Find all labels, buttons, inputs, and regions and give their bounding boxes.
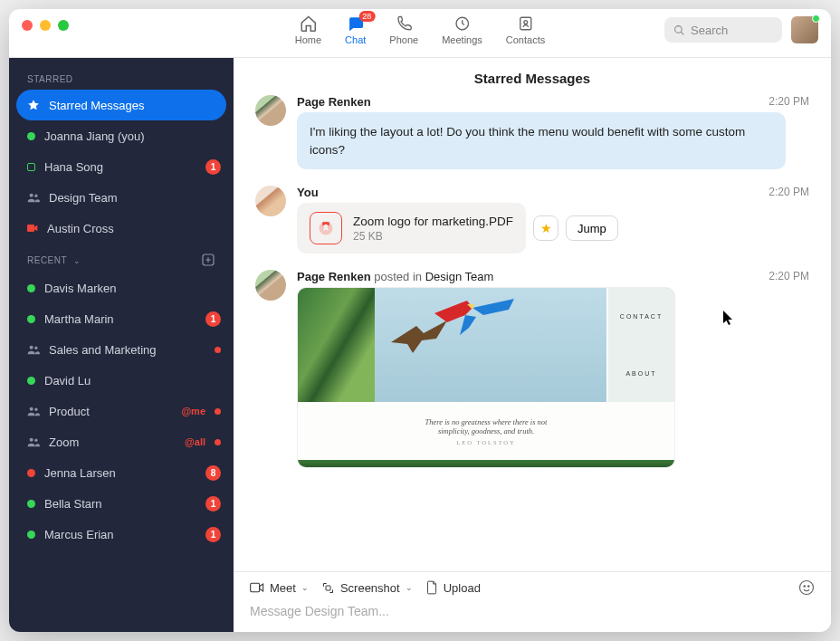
sidebar-item-label: Jenna Larsen bbox=[44, 466, 196, 480]
presence-online-icon bbox=[27, 531, 35, 539]
svg-point-5 bbox=[34, 195, 37, 197]
file-name: Zoom logo for marketing.PDF bbox=[353, 215, 513, 228]
compose-footer: Meet ⌄ Screenshot ⌄ Upload bbox=[234, 571, 831, 632]
phone-icon bbox=[395, 14, 413, 33]
star-button[interactable]: ★ bbox=[533, 215, 558, 241]
minimize-window-button[interactable] bbox=[40, 20, 51, 31]
home-icon bbox=[299, 14, 317, 33]
nav-meetings[interactable]: Meetings bbox=[442, 14, 482, 45]
unread-badge: 8 bbox=[205, 465, 221, 481]
message-row: Page Renken I'm liking the layout a lot!… bbox=[255, 95, 809, 169]
sidebar-item-label: Martha Marin bbox=[44, 312, 196, 326]
message-time: 2:20 PM bbox=[768, 95, 809, 108]
search-input[interactable]: Search bbox=[664, 17, 782, 43]
unread-badge: 1 bbox=[205, 159, 221, 175]
sidebar-item-martha[interactable]: Martha Marin 1 bbox=[9, 303, 234, 334]
nav-contacts[interactable]: Contacts bbox=[506, 14, 545, 45]
chevron-down-icon: ⌄ bbox=[301, 583, 309, 592]
sidebar-item-product[interactable]: Product @me bbox=[9, 396, 234, 426]
add-recent-button[interactable] bbox=[201, 253, 215, 267]
sidebar-item-label: Davis Marken bbox=[44, 282, 221, 295]
fullscreen-window-button[interactable] bbox=[58, 20, 69, 31]
message-time: 2:20 PM bbox=[768, 186, 809, 198]
presence-online-icon bbox=[27, 315, 35, 323]
preview-sky-image bbox=[375, 288, 606, 402]
svg-point-8 bbox=[30, 346, 33, 349]
file-size: 25 KB bbox=[353, 230, 513, 243]
group-icon bbox=[27, 436, 40, 447]
recent-section-header[interactable]: RECENT ⌄ bbox=[9, 244, 234, 273]
sidebar-item-label: Sales and Marketing bbox=[49, 343, 205, 357]
video-icon bbox=[250, 582, 264, 593]
main-panel: Starred Messages Page Renken I'm liking … bbox=[234, 58, 831, 632]
window-controls bbox=[22, 20, 69, 31]
image-preview[interactable]: CONTACT ABOUT There is no greatness wher… bbox=[297, 287, 675, 468]
svg-point-12 bbox=[30, 438, 33, 442]
presence-busy-icon bbox=[27, 469, 35, 477]
meet-button[interactable]: Meet ⌄ bbox=[250, 581, 309, 595]
svg-point-9 bbox=[34, 347, 37, 349]
titlebar-right: Search bbox=[664, 16, 818, 43]
preview-right-links: CONTACT ABOUT bbox=[606, 288, 674, 402]
message-author: You bbox=[297, 186, 809, 199]
starred-section-header: STARRED bbox=[9, 65, 234, 90]
message-bubble[interactable]: I'm liking the layout a lot! Do you thin… bbox=[297, 112, 786, 169]
screenshot-button[interactable]: Screenshot ⌄ bbox=[321, 581, 413, 595]
file-attachment[interactable]: Zoom logo for marketing.PDF 25 KB bbox=[297, 203, 526, 254]
sidebar-item-design-team[interactable]: Design Team bbox=[9, 182, 234, 213]
avatar[interactable] bbox=[255, 270, 286, 301]
message-row: You Zoom logo for marketing.PDF 25 KB bbox=[255, 186, 809, 254]
compose-toolbar: Meet ⌄ Screenshot ⌄ Upload bbox=[234, 572, 831, 599]
sidebar: STARRED Starred Messages Joanna Jiang (y… bbox=[9, 58, 234, 632]
sidebar-item-label: Zoom bbox=[49, 435, 176, 449]
avatar[interactable] bbox=[255, 95, 286, 126]
close-window-button[interactable] bbox=[22, 20, 33, 31]
chevron-down-icon: ⌄ bbox=[406, 583, 413, 592]
sidebar-item-label: Bella Starn bbox=[44, 497, 196, 511]
sidebar-item-sales[interactable]: Sales and Marketing bbox=[9, 334, 234, 365]
sidebar-item-marcus[interactable]: Marcus Erian 1 bbox=[9, 519, 234, 550]
nav-meetings-label: Meetings bbox=[442, 34, 482, 45]
nav-home[interactable]: Home bbox=[295, 14, 321, 45]
jump-button[interactable]: Jump bbox=[566, 215, 618, 241]
body: STARRED Starred Messages Joanna Jiang (y… bbox=[9, 58, 831, 632]
svg-point-18 bbox=[808, 586, 810, 588]
sidebar-item-label: Starred Messages bbox=[49, 99, 214, 112]
sidebar-item-zoom[interactable]: Zoom @all bbox=[9, 426, 234, 457]
nav-contacts-label: Contacts bbox=[506, 34, 545, 45]
chevron-down-icon: ⌄ bbox=[73, 256, 81, 265]
avatar[interactable] bbox=[255, 186, 286, 216]
search-placeholder: Search bbox=[691, 24, 728, 37]
top-nav: Home Chat 28 Phone Meetings bbox=[295, 14, 545, 45]
nav-chat[interactable]: Chat 28 bbox=[345, 14, 366, 45]
sidebar-item-starred-messages[interactable]: Starred Messages bbox=[16, 90, 226, 120]
upload-button[interactable]: Upload bbox=[425, 580, 481, 595]
preview-leaves-image bbox=[298, 288, 375, 402]
unread-badge: 1 bbox=[205, 496, 221, 512]
parrot-icon bbox=[429, 292, 520, 340]
sidebar-item-self[interactable]: Joanna Jiang (you) bbox=[9, 120, 234, 151]
profile-avatar[interactable] bbox=[791, 16, 818, 43]
nav-phone[interactable]: Phone bbox=[389, 14, 418, 45]
message-row: Page Renken posted in Design Team bbox=[255, 270, 809, 468]
unread-badge: 1 bbox=[205, 527, 221, 542]
sidebar-item-bella[interactable]: Bella Starn 1 bbox=[9, 488, 234, 519]
sidebar-item-hana[interactable]: Hana Song 1 bbox=[9, 151, 234, 182]
sidebar-item-david[interactable]: David Lu bbox=[9, 365, 234, 396]
sidebar-item-label: Marcus Erian bbox=[44, 528, 196, 541]
svg-point-4 bbox=[30, 194, 33, 197]
compose-input-wrap bbox=[234, 599, 831, 632]
nav-phone-label: Phone bbox=[389, 34, 418, 45]
contacts-icon bbox=[517, 14, 535, 33]
sidebar-item-davis[interactable]: Davis Marken bbox=[9, 273, 234, 303]
titlebar: Home Chat 28 Phone Meetings bbox=[9, 9, 831, 58]
sidebar-item-jenna[interactable]: Jenna Larsen 8 bbox=[9, 457, 234, 488]
unread-dot bbox=[215, 408, 221, 415]
svg-point-11 bbox=[34, 408, 37, 411]
unread-dot bbox=[215, 347, 221, 353]
sidebar-item-austin[interactable]: Austin Cross bbox=[9, 213, 234, 244]
presence-online-icon bbox=[27, 132, 35, 140]
compose-input[interactable] bbox=[250, 604, 815, 618]
presence-online-icon bbox=[27, 284, 35, 292]
emoji-button[interactable] bbox=[798, 579, 815, 596]
